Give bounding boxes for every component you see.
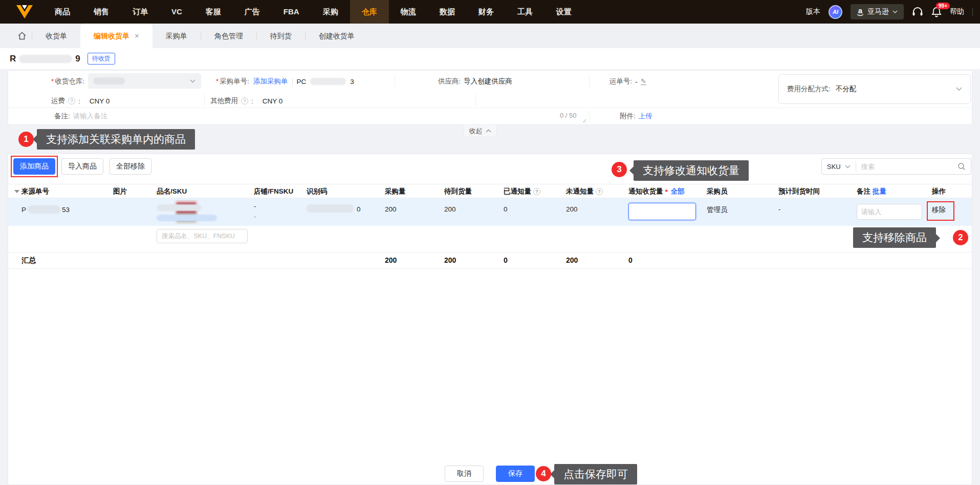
app-logo-icon[interactable] bbox=[13, 3, 36, 20]
cancel-button[interactable]: 取消 bbox=[445, 466, 484, 482]
remove-all-button[interactable]: 全部移除 bbox=[110, 158, 151, 175]
shop-cell: - bbox=[254, 202, 256, 210]
annotation-3-marker: 3 bbox=[612, 162, 627, 177]
purchase-qty-cell: 200 bbox=[385, 205, 397, 213]
column-divider bbox=[395, 75, 395, 88]
notify-qty-input[interactable] bbox=[628, 203, 696, 220]
nav-item-fba[interactable]: FBA bbox=[272, 0, 311, 24]
tab-receiving-orders[interactable]: 收货单 bbox=[32, 24, 80, 48]
unnotified-qty-cell: 200 bbox=[566, 205, 578, 213]
column-divider bbox=[204, 94, 205, 106]
marketplace-selector[interactable]: a 亚马逊 bbox=[851, 4, 904, 19]
collapse-label: 收起 bbox=[469, 126, 483, 136]
remark-field: 备注: 请输入备注 bbox=[54, 112, 107, 121]
tab-pending-arrival[interactable]: 待到货 bbox=[257, 24, 305, 48]
summary-notified-qty: 0 bbox=[504, 256, 508, 264]
redacted-order-number bbox=[19, 55, 72, 63]
col-name-sku: 品名/SKU bbox=[157, 187, 187, 196]
nav-item-products[interactable]: 商品 bbox=[43, 0, 82, 24]
redacted-po-number bbox=[310, 78, 346, 85]
navbar-right: 版本 AI a 亚马逊 99+ 帮助 bbox=[806, 4, 980, 19]
import-product-button[interactable]: 导入商品 bbox=[61, 158, 103, 175]
support-headset-icon[interactable] bbox=[912, 7, 923, 17]
nav-item-orders[interactable]: 订单 bbox=[121, 0, 160, 24]
nav-item-ads[interactable]: 广告 bbox=[233, 0, 272, 24]
chevron-down-icon bbox=[892, 10, 898, 13]
fill-all-link[interactable]: 全部 bbox=[671, 187, 685, 196]
annotation-1-marker: 1 bbox=[18, 132, 34, 147]
search-type-select[interactable]: SKU bbox=[822, 163, 856, 171]
notifications-bell-icon[interactable]: 99+ bbox=[931, 7, 942, 17]
chevron-down-icon bbox=[190, 79, 195, 83]
notified-qty-cell: 0 bbox=[504, 205, 508, 213]
help-icon[interactable]: ? bbox=[533, 188, 540, 195]
edit-icon[interactable]: ✎ bbox=[641, 78, 646, 85]
annotation-2-marker: 2 bbox=[953, 230, 968, 245]
tab-role-management[interactable]: 角色管理 bbox=[201, 24, 256, 48]
nav-item-warehouse[interactable]: 仓库 bbox=[350, 0, 389, 24]
fnsku-cell: - bbox=[254, 213, 256, 220]
search-icon[interactable] bbox=[957, 162, 971, 171]
title-row: R 9 待收货 bbox=[0, 48, 980, 69]
row-remark-input[interactable] bbox=[857, 204, 922, 220]
redacted-warehouse-value bbox=[93, 77, 125, 85]
page-tabbar: 收货单 编辑收货单 × 采购单 角色管理 待到货 创建收货单 bbox=[0, 24, 980, 48]
table-header-row: 来源单号 图片 品名/SKU 店铺/FNSKU 识别码 采购量 待到货量 已通知… bbox=[8, 184, 972, 198]
close-icon[interactable]: × bbox=[135, 24, 139, 48]
col-notify-qty: 通知收货量* 全部 bbox=[628, 187, 685, 196]
po-value-prefix: PC bbox=[297, 78, 307, 86]
order-number-suffix: 9 bbox=[75, 54, 80, 64]
nav-item-sales[interactable]: 销售 bbox=[82, 0, 121, 24]
column-divider bbox=[475, 94, 476, 106]
help-icon[interactable]: ? bbox=[241, 97, 248, 104]
annotation-4-marker: 4 bbox=[536, 466, 551, 481]
col-source-order: 来源单号 bbox=[21, 187, 49, 196]
navbar-divider bbox=[972, 8, 973, 16]
nav-item-purchase[interactable]: 采购 bbox=[311, 0, 350, 24]
help-icon[interactable]: ? bbox=[68, 97, 75, 104]
fee-allocation-select[interactable]: 费用分配方式: 不分配 bbox=[778, 74, 971, 104]
nav-item-tools[interactable]: 工具 bbox=[506, 0, 545, 24]
nav-item-finance[interactable]: 财务 bbox=[467, 0, 506, 24]
help-link[interactable]: 帮助 bbox=[950, 7, 964, 16]
ai-assistant-icon[interactable]: AI bbox=[829, 5, 842, 19]
column-divider bbox=[201, 75, 201, 88]
nav-item-vc[interactable]: VC bbox=[160, 0, 194, 24]
nav-item-data[interactable]: 数据 bbox=[428, 0, 467, 24]
col-identifier: 识别码 bbox=[307, 187, 328, 196]
notification-count-badge: 99+ bbox=[936, 3, 950, 9]
tab-edit-receiving-order[interactable]: 编辑收货单 × bbox=[80, 24, 153, 48]
col-eta: 预计到货时间 bbox=[778, 187, 820, 196]
collapse-toggle[interactable]: 收起 bbox=[463, 125, 497, 137]
warehouse-select[interactable] bbox=[88, 73, 201, 89]
upload-link[interactable]: 上传 bbox=[639, 112, 652, 121]
add-product-button[interactable]: 添加商品 bbox=[13, 158, 55, 175]
nav-item-settings[interactable]: 设置 bbox=[545, 0, 583, 24]
save-button[interactable]: 保存 bbox=[496, 466, 535, 482]
tab-purchase-orders[interactable]: 采购单 bbox=[153, 24, 201, 48]
help-icon[interactable]: ? bbox=[596, 188, 603, 195]
freight-field: 运费 ? : CNY 0 bbox=[51, 96, 110, 106]
col-actions: 操作 bbox=[932, 187, 946, 196]
version-link[interactable]: 版本 bbox=[806, 7, 820, 16]
remove-row-link[interactable]: 移除 bbox=[932, 205, 946, 215]
col-remark: 备注 批量 bbox=[857, 187, 886, 196]
col-notified-qty: 已通知量 ? bbox=[504, 187, 540, 196]
sub-product-search-input[interactable] bbox=[157, 229, 248, 243]
search-input[interactable] bbox=[856, 163, 957, 171]
resize-handle-icon[interactable] bbox=[582, 119, 586, 123]
expand-caret-icon[interactable] bbox=[14, 190, 19, 193]
remark-input[interactable]: 请输入备注 bbox=[73, 112, 108, 121]
add-po-link[interactable]: 添加采购单 bbox=[253, 77, 288, 86]
create-supplier-link[interactable]: 导入创建供应商 bbox=[464, 77, 512, 86]
batch-remark-link[interactable]: 批量 bbox=[873, 187, 886, 196]
home-icon[interactable] bbox=[12, 24, 32, 48]
table-row: P 53 - - 0 200 200 0 200 管理员 - 移除 bbox=[8, 198, 972, 226]
po-field: *采购单号: 添加采购单 PC 3 bbox=[216, 77, 354, 86]
nav-item-service[interactable]: 客服 bbox=[194, 0, 233, 24]
redacted-sku-link[interactable] bbox=[157, 215, 217, 221]
nav-item-logistics[interactable]: 物流 bbox=[389, 0, 428, 24]
products-panel: 添加商品 导入商品 全部移除 SKU 3 支持修改通知收货量 来源单号 图片 品… bbox=[8, 154, 972, 485]
tab-create-receiving-order[interactable]: 创建收货单 bbox=[306, 24, 368, 48]
column-divider bbox=[589, 75, 590, 88]
